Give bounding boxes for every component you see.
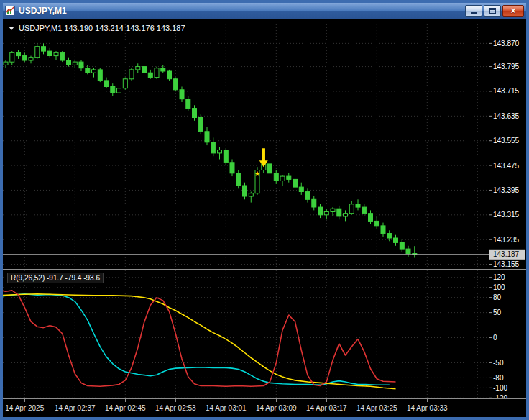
candle <box>362 207 367 214</box>
indicator-pane[interactable]: 12010080500-50-80-100-120 <box>3 270 526 398</box>
candle <box>198 118 203 132</box>
chart-window: USDJPY,M1 × 143.870143.795143.715143.635… <box>0 0 529 420</box>
candle <box>243 186 247 196</box>
candle <box>324 212 328 215</box>
window-title: USDJPY,M1 <box>19 6 461 16</box>
main-grid <box>3 19 492 269</box>
chart-app-icon <box>5 6 15 16</box>
red-line <box>3 290 395 386</box>
candle <box>299 187 303 191</box>
candle <box>67 60 71 65</box>
time-label: 14 Apr 03:09 <box>256 404 297 412</box>
time-tick <box>377 399 377 402</box>
candle <box>394 238 398 242</box>
candle <box>129 70 134 79</box>
ohlc-label: USDJPY,M1 143.190 143.214 143.176 143.18… <box>9 24 185 32</box>
candle <box>312 199 316 207</box>
candle <box>249 193 253 196</box>
candle <box>211 142 216 153</box>
time-tick <box>276 399 277 402</box>
candle <box>142 67 147 73</box>
time-label: 14 Apr 02:53 <box>155 404 196 412</box>
candle <box>47 51 52 55</box>
time-axis[interactable]: 14 Apr 202514 Apr 02:3714 Apr 02:4514 Ap… <box>3 398 526 417</box>
time-label: 14 Apr 03:25 <box>356 404 397 412</box>
time-label: 14 Apr 2025 <box>5 404 44 412</box>
candle <box>230 163 234 173</box>
candle <box>155 68 159 78</box>
candle <box>293 179 298 187</box>
candle <box>136 67 140 70</box>
candle <box>287 176 291 179</box>
candle <box>236 173 241 186</box>
candle <box>400 243 404 250</box>
candle <box>305 192 310 200</box>
candle <box>374 221 379 225</box>
candle <box>193 109 197 118</box>
candle <box>331 209 335 211</box>
candle <box>54 52 58 55</box>
time-tick <box>226 399 226 402</box>
candle <box>111 87 115 93</box>
time-tick <box>24 399 25 402</box>
restore-icon <box>489 8 496 14</box>
candle <box>337 209 341 216</box>
candle <box>73 62 77 65</box>
time-tick <box>175 399 176 402</box>
candle <box>280 176 285 181</box>
price-axis[interactable] <box>489 19 526 269</box>
candle <box>224 150 228 163</box>
time-label: 14 Apr 03:33 <box>407 404 448 412</box>
titlebar[interactable]: USDJPY,M1 × <box>3 3 526 19</box>
candle <box>186 99 190 109</box>
candle <box>344 214 348 216</box>
candle <box>4 62 8 65</box>
candle <box>79 62 83 68</box>
chart-content: 143.870143.795143.715143.635143.555143.4… <box>3 19 526 417</box>
indicator-grid <box>3 270 489 398</box>
candle <box>161 68 165 71</box>
candle <box>117 88 121 93</box>
candle <box>387 234 392 238</box>
candles <box>4 43 417 257</box>
candle <box>381 226 385 234</box>
candle <box>60 52 65 60</box>
candle <box>205 132 209 142</box>
candle <box>349 204 354 214</box>
time-tick <box>427 399 428 402</box>
time-tick <box>125 399 126 402</box>
minimize-button[interactable] <box>465 5 482 17</box>
candle <box>180 90 184 99</box>
candle <box>173 79 178 90</box>
time-label: 14 Apr 03:01 <box>206 404 247 412</box>
candle <box>167 71 172 79</box>
time-tick <box>75 399 75 402</box>
candle <box>218 150 222 153</box>
time-tick <box>326 399 327 402</box>
indicator-axis[interactable] <box>489 270 526 398</box>
main-chart-pane[interactable]: 143.870143.795143.715143.635143.555143.4… <box>3 19 526 269</box>
time-label: 14 Apr 03:17 <box>306 404 347 412</box>
candle <box>86 68 90 73</box>
close-button[interactable]: × <box>502 5 524 17</box>
candle <box>356 204 360 207</box>
indicator-label: R(9,26,52) -91.7 -79.4 -93.6 <box>7 273 104 283</box>
star-marker: ★ <box>254 170 261 178</box>
candle <box>35 47 40 58</box>
minimize-icon <box>471 12 477 14</box>
candle <box>17 52 21 55</box>
candle <box>268 164 272 173</box>
candle <box>123 79 127 88</box>
candle <box>406 249 410 253</box>
collapse-arrow-icon[interactable] <box>9 27 14 30</box>
window-controls: × <box>465 5 524 17</box>
candle <box>274 173 278 181</box>
time-label: 14 Apr 02:37 <box>55 404 96 412</box>
candle <box>42 47 46 51</box>
candle <box>318 207 323 215</box>
time-label: 14 Apr 02:45 <box>105 404 146 412</box>
restore-button[interactable] <box>484 5 501 17</box>
ohlc-text: USDJPY,M1 143.190 143.214 143.176 143.18… <box>19 24 185 32</box>
candle <box>148 73 152 77</box>
candle <box>29 58 33 60</box>
